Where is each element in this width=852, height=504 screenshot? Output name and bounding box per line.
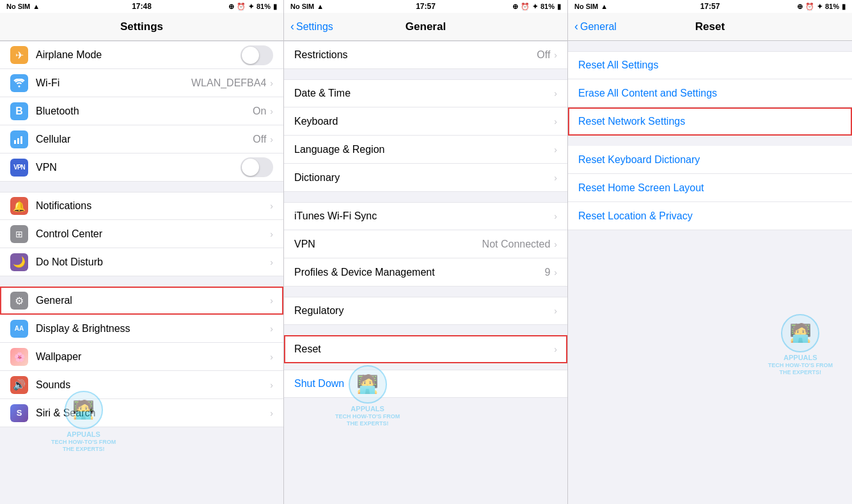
carrier-1: No SIM	[6, 3, 30, 10]
cell-cellular[interactable]: Cellular Off ›	[0, 125, 283, 154]
siri-icon: S	[10, 404, 28, 422]
cell-do-not-disturb[interactable]: 🌙 Do Not Disturb ›	[0, 248, 283, 276]
location-icon-2: ⊕	[512, 3, 518, 11]
general-label: General	[36, 295, 270, 306]
alarm-icon-3: ⏰	[805, 3, 814, 11]
cell-date-time[interactable]: Date & Time ›	[284, 79, 567, 107]
svg-rect-1	[17, 138, 19, 144]
watermark-3: 🧑‍💻 APPUALS TECH HOW-TO'S FROM THE EXPER…	[768, 314, 833, 376]
link-reset-keyboard-dict[interactable]: Reset Keyboard Dictionary	[568, 146, 852, 174]
section-gap-2	[284, 192, 567, 202]
cell-restrictions[interactable]: Restrictions Off ›	[284, 41, 567, 69]
general-list[interactable]: Restrictions Off › Date & Time › Keyboar…	[284, 41, 567, 504]
cell-regulatory[interactable]: Regulatory ›	[284, 297, 567, 325]
cell-sounds[interactable]: 🔊 Sounds ›	[0, 371, 283, 399]
cell-display[interactable]: AA Display & Brightness ›	[0, 315, 283, 343]
status-time-1: 17:48	[132, 2, 152, 11]
battery-icon-3: ▮	[842, 3, 846, 11]
status-carrier-1: No SIM ▲	[6, 3, 40, 10]
cell-wallpaper[interactable]: 🌸 Wallpaper ›	[0, 343, 283, 371]
cell-shutdown[interactable]: Shut Down	[284, 370, 567, 398]
link-reset-all-settings[interactable]: Reset All Settings	[568, 51, 852, 79]
location-icon-3: ⊕	[797, 3, 803, 11]
cell-notifications[interactable]: 🔔 Notifications ›	[0, 192, 283, 220]
status-bar-3: No SIM ▲ 17:57 ⊕ ⏰ ✦ 81% ▮	[568, 0, 852, 13]
status-bar-2: No SIM ▲ 17:57 ⊕ ⏰ ✦ 81% ▮	[284, 0, 567, 13]
cell-general[interactable]: ⚙ General ›	[0, 287, 283, 315]
cell-keyboard[interactable]: Keyboard ›	[284, 107, 567, 136]
link-reset-network[interactable]: Reset Network Settings	[568, 107, 852, 136]
link-reset-home-screen[interactable]: Reset Home Screen Layout	[568, 174, 852, 202]
link-reset-location[interactable]: Reset Location & Privacy	[568, 202, 852, 230]
panel-settings: No SIM ▲ 17:48 ⊕ ⏰ ✦ 81% ▮ Settings ✈ Ai…	[0, 0, 284, 504]
cell-vpn-general[interactable]: VPN Not Connected ›	[284, 230, 567, 258]
nav-bar-settings: Settings	[0, 13, 283, 41]
location-icon: ⊕	[228, 3, 234, 11]
wifi-chevron: ›	[270, 78, 273, 88]
alarm-icon: ⏰	[237, 3, 246, 11]
control-center-chevron: ›	[270, 229, 273, 239]
section-reset-options: Reset All Settings Erase All Content and…	[568, 51, 852, 230]
cell-siri[interactable]: S Siri & Search ›	[0, 399, 283, 427]
cell-dictionary[interactable]: Dictionary ›	[284, 164, 567, 192]
vpn-icon: VPN	[10, 159, 28, 177]
restrictions-value: Off	[537, 49, 550, 61]
section-settings-group: Date & Time › Keyboard › Language & Regi…	[284, 79, 567, 192]
battery-percent-3: 81%	[825, 3, 839, 10]
battery-icon-2: ▮	[557, 3, 561, 11]
dictionary-chevron: ›	[554, 173, 557, 183]
cell-bluetooth[interactable]: B Bluetooth On ›	[0, 97, 283, 125]
watermark-text-2: APPUALS	[351, 405, 384, 413]
cell-profiles[interactable]: Profiles & Device Management 9 ›	[284, 258, 567, 287]
reset-label: Reset	[294, 343, 554, 355]
link-erase-all[interactable]: Erase All Content and Settings	[568, 79, 852, 107]
nav-bar-reset: ‹ General Reset	[568, 13, 852, 41]
profiles-value: 9	[544, 267, 550, 278]
general-page-title: General	[406, 20, 446, 33]
svg-rect-2	[20, 136, 22, 144]
cell-reset[interactable]: Reset ›	[284, 335, 567, 363]
section-system: ⚙ General › AA Display & Brightness › 🌸 …	[0, 287, 283, 427]
watermark-sub-1: TECH HOW-TO'S FROM	[51, 439, 116, 446]
watermark-text-3: APPUALS	[784, 354, 817, 362]
section-restrictions: Restrictions Off ›	[284, 41, 567, 69]
watermark-sub-3: TECH HOW-TO'S FROM	[768, 362, 833, 369]
back-label-reset: General	[580, 21, 617, 33]
status-time-3: 17:57	[700, 2, 720, 11]
vpn-label: VPN	[36, 162, 241, 173]
cell-control-center[interactable]: ⊞ Control Center ›	[0, 220, 283, 248]
notifications-icon: 🔔	[10, 197, 28, 215]
watermark-figure-3: 🧑‍💻	[781, 314, 819, 352]
wifi-icon	[10, 74, 28, 92]
bluetooth-icon: B	[10, 102, 28, 120]
section-sync: iTunes Wi-Fi Sync › VPN Not Connected › …	[284, 202, 567, 287]
wifi-label: Wi-Fi	[36, 77, 191, 89]
nav-bar-general: ‹ Settings General	[284, 13, 567, 41]
reset-gap-1	[568, 136, 852, 146]
restrictions-chevron: ›	[554, 50, 557, 60]
reset-list[interactable]: Reset All Settings Erase All Content and…	[568, 41, 852, 504]
general-icon: ⚙	[10, 292, 28, 310]
status-carrier-3: No SIM ▲	[574, 3, 608, 10]
do-not-disturb-icon: 🌙	[10, 253, 28, 271]
back-label-general: Settings	[296, 21, 333, 33]
cell-vpn[interactable]: VPN VPN	[0, 154, 283, 182]
sounds-label: Sounds	[36, 379, 270, 391]
back-chevron-reset: ‹	[574, 20, 578, 33]
bluetooth-chevron: ›	[270, 106, 273, 116]
display-label: Display & Brightness	[36, 323, 270, 335]
bluetooth-status-icon: ✦	[248, 3, 254, 11]
cell-wifi[interactable]: Wi-Fi WLAN_DEFBA4 ›	[0, 69, 283, 97]
back-to-general[interactable]: ‹ General	[574, 20, 617, 33]
do-not-disturb-label: Do Not Disturb	[36, 256, 270, 268]
cell-itunes-sync[interactable]: iTunes Wi-Fi Sync ›	[284, 202, 567, 230]
vpn-toggle[interactable]	[241, 157, 273, 177]
settings-list[interactable]: ✈ Airplane Mode Wi-Fi WLAN_DEFBA4 › B Bl…	[0, 41, 283, 504]
cell-airplane[interactable]: ✈ Airplane Mode	[0, 41, 283, 69]
back-to-settings[interactable]: ‹ Settings	[290, 20, 333, 33]
cell-language[interactable]: Language & Region ›	[284, 136, 567, 164]
airplane-toggle[interactable]	[241, 45, 273, 65]
sounds-chevron: ›	[270, 380, 273, 390]
watermark-sub-2: TECH HOW-TO'S FROM	[335, 413, 400, 420]
wallpaper-icon: 🌸	[10, 348, 28, 366]
